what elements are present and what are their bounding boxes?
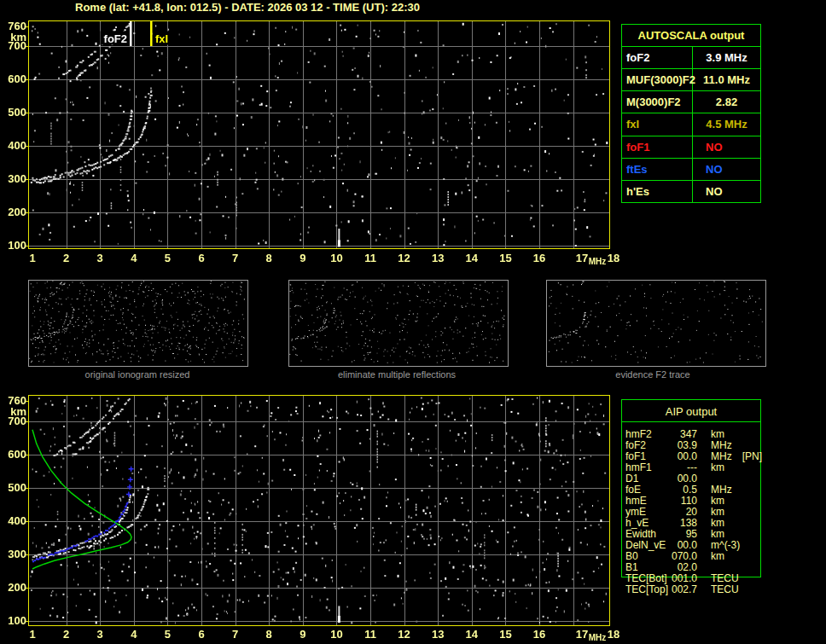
x-tick-label: 15 bbox=[499, 628, 511, 641]
table-row: ftEsNO bbox=[622, 159, 760, 181]
x-tick-label: 1 bbox=[29, 628, 35, 641]
x-tick-label: 7 bbox=[232, 252, 238, 264]
table-row: foF23.9 MHz bbox=[622, 47, 760, 69]
autoscala-output-table: AUTOSCALA output foF23.9 MHzMUF(3000)F21… bbox=[621, 24, 761, 203]
row-value: 4.5 MHz bbox=[693, 113, 760, 135]
row-label: foF2 bbox=[622, 47, 693, 68]
x-tick-label: 16 bbox=[533, 628, 545, 641]
row-label: MUF(3000)F2 bbox=[622, 69, 693, 90]
y-tick-label: 200 bbox=[0, 582, 26, 594]
aip-table-header-divider bbox=[621, 421, 761, 422]
row-value: NO bbox=[693, 159, 760, 180]
x-tick-label: 13 bbox=[432, 628, 444, 641]
aip-unit: km bbox=[711, 462, 724, 473]
row-label: fxI bbox=[622, 113, 693, 135]
aip-row: TEC[Top]002.7TECU bbox=[625, 584, 760, 595]
x-tick-label: 3 bbox=[97, 628, 103, 641]
bottom-ionogram-canvas bbox=[24, 392, 613, 629]
x-tick-label: 11 bbox=[364, 628, 376, 641]
row-value: 3.9 MHz bbox=[693, 47, 760, 68]
y-tick-label: 600 bbox=[0, 73, 26, 85]
row-value: NO bbox=[693, 181, 760, 202]
table-row: h'EsNO bbox=[622, 181, 760, 202]
x-tick-label: 12 bbox=[398, 628, 410, 641]
autoscala-table-header: AUTOSCALA output bbox=[622, 25, 760, 47]
row-value: 11.0 MHz bbox=[693, 69, 760, 90]
y-tick-label: 200 bbox=[0, 206, 26, 218]
thumbnail-canvas bbox=[547, 281, 764, 364]
x-tick-label: 4 bbox=[131, 628, 137, 641]
y-tick-label: 500 bbox=[0, 482, 26, 494]
x-tick-label: 6 bbox=[198, 628, 204, 641]
x-tick-label: 9 bbox=[300, 252, 305, 264]
x-tick-label: 12 bbox=[398, 252, 410, 264]
top-ionogram-canvas bbox=[24, 17, 613, 252]
x-tick-label: 18 bbox=[608, 628, 620, 641]
y-tick-label: 600 bbox=[0, 449, 26, 461]
row-value: 2.82 bbox=[693, 91, 760, 113]
x-tick-label: 17 bbox=[576, 252, 588, 264]
x-tick-label: 11 bbox=[364, 252, 376, 264]
row-label: M(3000)F2 bbox=[622, 91, 693, 113]
autoscala-screen: Rome (lat: +41.8, lon: 012.5) - DATE: 20… bbox=[0, 0, 826, 644]
thumbnail-eliminate-reflections bbox=[288, 280, 509, 367]
y-axis-unit-label: km bbox=[0, 406, 26, 418]
thumbnail-original-ionogram bbox=[28, 280, 248, 367]
y-tick-label: 500 bbox=[0, 107, 26, 119]
thumbnail-caption: eliminate multiple reflections bbox=[338, 369, 456, 380]
y-tick-label: 100 bbox=[0, 240, 26, 252]
thumbnail-canvas bbox=[29, 281, 246, 364]
x-tick-label: 17 bbox=[576, 628, 588, 641]
x-tick-label: 7 bbox=[232, 628, 238, 641]
x-tick-label: 5 bbox=[165, 252, 171, 264]
x-tick-label: 18 bbox=[608, 252, 620, 264]
row-value: NO bbox=[693, 136, 760, 158]
y-tick-label: 400 bbox=[0, 515, 26, 527]
x-tick-label: 3 bbox=[97, 252, 103, 264]
thumbnail-caption: original ionogram resized bbox=[85, 369, 190, 380]
x-tick-label: 6 bbox=[198, 252, 204, 264]
row-label: foF1 bbox=[622, 136, 693, 158]
x-tick-label: 9 bbox=[300, 628, 305, 641]
aip-value: 002.7 bbox=[672, 584, 697, 595]
x-tick-label: 14 bbox=[466, 252, 478, 264]
aip-flag: [PN] bbox=[742, 451, 762, 462]
x-tick-label: 5 bbox=[165, 628, 171, 641]
aip-label: TEC[Top] bbox=[625, 584, 672, 595]
y-tick-label: 400 bbox=[0, 140, 26, 152]
x-tick-label: 4 bbox=[131, 252, 137, 264]
table-row: fxI4.5 MHz bbox=[622, 113, 760, 136]
table-row: MUF(3000)F211.0 MHz bbox=[622, 69, 760, 91]
x-tick-label: 1 bbox=[29, 252, 35, 264]
aip-table-header: AIP output bbox=[621, 401, 761, 421]
x-tick-label: 10 bbox=[330, 252, 342, 264]
x-tick-label: 13 bbox=[432, 252, 444, 264]
station-title: Rome (lat: +41.8, lon: 012.5) - DATE: 20… bbox=[75, 1, 420, 14]
aip-unit: TECU bbox=[711, 584, 739, 595]
x-tick-label: 8 bbox=[266, 252, 272, 264]
x-axis-unit-label: MHz bbox=[589, 633, 607, 642]
aip-table-rows: hmF2347kmfoF203.9MHzfoF100.0MHz[PN]hmF1-… bbox=[625, 429, 760, 595]
aip-unit: km bbox=[711, 551, 724, 562]
x-axis-unit-label: MHz bbox=[589, 257, 607, 266]
thumbnail-canvas bbox=[289, 281, 506, 364]
x-tick-label: 14 bbox=[466, 628, 478, 641]
table-row: foF1NO bbox=[622, 136, 760, 159]
row-label: h'Es bbox=[622, 181, 693, 202]
x-tick-label: 8 bbox=[266, 628, 272, 641]
x-tick-label: 15 bbox=[499, 252, 511, 264]
x-tick-label: 2 bbox=[63, 252, 69, 264]
x-tick-label: 10 bbox=[330, 628, 342, 641]
row-label: ftEs bbox=[622, 159, 693, 180]
y-axis-unit-label: km bbox=[0, 32, 26, 44]
y-tick-label: 300 bbox=[0, 173, 26, 185]
table-row: M(3000)F22.82 bbox=[622, 91, 760, 113]
thumbnail-caption: evidence F2 trace bbox=[615, 369, 689, 380]
x-tick-label: 2 bbox=[63, 628, 69, 641]
y-tick-label: 300 bbox=[0, 548, 26, 560]
x-tick-label: 16 bbox=[533, 252, 545, 264]
y-tick-label: 100 bbox=[0, 615, 26, 627]
thumbnail-evidence-f2 bbox=[546, 280, 766, 367]
